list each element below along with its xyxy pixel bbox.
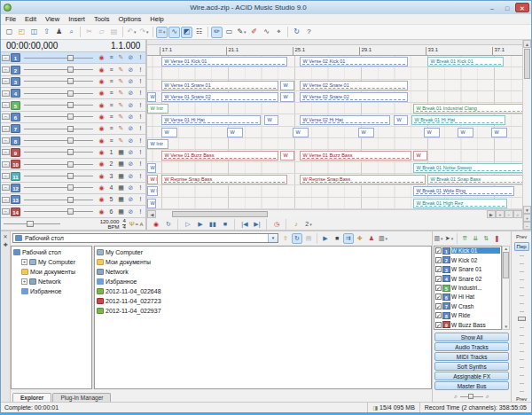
track-number-badge[interactable]: 11 bbox=[11, 172, 20, 181]
arm-for-record-icon[interactable]: ◉ bbox=[97, 112, 106, 122]
solo-icon[interactable]: ! bbox=[136, 207, 145, 217]
minimize-track-icon[interactable]: − bbox=[2, 114, 10, 120]
solo-icon[interactable]: ! bbox=[136, 123, 145, 134]
timeline-track-row[interactable]: W InW Break 01 Noise Sweep bbox=[147, 162, 522, 174]
zoom-out-time-icon[interactable]: − bbox=[505, 210, 513, 218]
file-list-item[interactable]: Мои документы bbox=[95, 257, 431, 267]
midi-channel-badge[interactable]: 2 bbox=[106, 159, 115, 169]
clip[interactable]: W Intr bbox=[147, 139, 168, 149]
track-volume-slider[interactable] bbox=[24, 125, 93, 133]
zoom-tool-icon[interactable]: ⌕ bbox=[513, 210, 522, 218]
menu-file[interactable]: File bbox=[1, 15, 20, 23]
minimize-track-icon[interactable]: − bbox=[2, 126, 10, 132]
clip[interactable]: W In bbox=[147, 163, 156, 173]
volume-slider-handle[interactable] bbox=[67, 161, 74, 168]
envelope-tool-icon[interactable]: ∿ bbox=[261, 27, 272, 38]
timeline-track-row[interactable]: W Verse 01 Snare 01WW Verse 02 Snare 01 bbox=[147, 80, 522, 91]
solo-icon[interactable]: ! bbox=[136, 88, 145, 98]
track-number-badge[interactable]: 4 bbox=[11, 89, 20, 98]
minimize-button[interactable]: – bbox=[485, 3, 499, 12]
play-from-start-button[interactable]: ▷ bbox=[183, 219, 192, 229]
track-number-badge[interactable]: 3 bbox=[11, 77, 20, 86]
track-header[interactable]: −10◉2▦⊘! bbox=[1, 159, 145, 170]
clip[interactable]: W Break 01 High Rez bbox=[413, 199, 507, 208]
zoom-slider[interactable] bbox=[460, 393, 483, 400]
track-number-badge[interactable]: 14 bbox=[11, 208, 20, 216]
menu-insert[interactable]: Insert bbox=[64, 15, 90, 23]
solo-icon[interactable]: ! bbox=[136, 112, 145, 122]
piano-roll-icon[interactable]: ▦ bbox=[116, 159, 125, 169]
track-volume-slider[interactable] bbox=[24, 137, 93, 145]
vertical-scrollbar[interactable]: ▲ ▼ + − bbox=[522, 40, 531, 230]
track-header[interactable]: −3◉≡✎⊘! bbox=[1, 76, 145, 88]
volume-slider-handle[interactable] bbox=[67, 149, 74, 155]
copy-icon[interactable]: ▱ bbox=[96, 27, 107, 38]
track-header[interactable]: −11◉3▦⊘! bbox=[1, 170, 145, 182]
mute-icon[interactable]: ⊘ bbox=[126, 123, 135, 134]
new-project-icon[interactable]: ▢ bbox=[4, 27, 15, 38]
checkbox-icon[interactable]: ✓ bbox=[435, 266, 442, 272]
timeline-track-row[interactable]: W Verse 01 Kick 01W Verse 02 Kick 01W Br… bbox=[147, 56, 522, 67]
track-chooser-scrollbar[interactable]: ▲ ▼ bbox=[502, 246, 510, 331]
midi-channel-badge[interactable]: 6 bbox=[106, 207, 115, 217]
file-list-item[interactable]: Network bbox=[95, 267, 431, 277]
arm-for-record-icon[interactable]: ◉ bbox=[97, 136, 106, 146]
clip[interactable]: W Verse 01 Buzz Bass bbox=[161, 151, 278, 161]
track-chooser-item[interactable]: ✓2W Kick 02 bbox=[434, 255, 501, 264]
track-chooser-item[interactable]: ✓9W Buzz Bass bbox=[434, 320, 501, 329]
volume-slider-handle[interactable] bbox=[67, 114, 74, 120]
mute-icon[interactable]: ⊘ bbox=[126, 147, 135, 158]
track-volume-slider[interactable] bbox=[24, 113, 93, 121]
paint-clip-icon[interactable]: ✎ bbox=[116, 76, 125, 87]
scroll-down-icon[interactable]: ▼ bbox=[504, 325, 507, 329]
timeline[interactable]: W Verse 01 Kick 01W Verse 02 Kick 01W Br… bbox=[147, 56, 522, 209]
show-all-button[interactable]: Show All bbox=[434, 333, 509, 341]
assignable-fx-button[interactable]: Assignable FX bbox=[434, 372, 509, 380]
mute-icon[interactable]: ⊘ bbox=[126, 159, 135, 169]
zoom-in-icon[interactable]: ⌕ bbox=[486, 393, 489, 400]
tree-item[interactable]: +Network bbox=[12, 277, 91, 286]
clip[interactable]: W Verse 02 Kick 01 bbox=[300, 57, 408, 67]
timeline-track-row[interactable]: W Verse 01 Buzz BassWW Verse 01 Buzz Bas… bbox=[147, 150, 522, 161]
checkbox-icon[interactable]: ✓ bbox=[435, 322, 442, 328]
piano-roll-icon[interactable]: ▦ bbox=[116, 207, 125, 217]
clip[interactable]: W Break 01 Snap Bass bbox=[427, 175, 522, 184]
checkbox-icon[interactable]: ✓ bbox=[435, 247, 442, 254]
solo-icon[interactable]: ! bbox=[136, 194, 145, 205]
timeline-track-row[interactable]: W InW Verse 01 Snare 02WW Verse 02 Snare… bbox=[147, 91, 522, 103]
piano-roll-icon[interactable]: ▦ bbox=[116, 183, 125, 193]
title-bar[interactable]: Wire.acd-zip - ACID Music Studio 9.0 – □… bbox=[1, 1, 531, 14]
menu-view[interactable]: View bbox=[41, 15, 64, 23]
redo-icon[interactable]: ↷▾ bbox=[138, 27, 150, 38]
whats-this-help-icon[interactable]: ? bbox=[303, 27, 315, 38]
volume-slider-handle[interactable] bbox=[67, 173, 74, 179]
track-chooser-item[interactable]: ✓4W Snare 02 bbox=[434, 274, 501, 283]
scroll-up-icon[interactable]: ▲ bbox=[504, 247, 507, 251]
track-header[interactable]: −7◉≡✎⊘! bbox=[1, 123, 145, 135]
track-volume-slider[interactable] bbox=[24, 208, 93, 215]
checkbox-icon[interactable]: ✓ bbox=[435, 276, 442, 282]
vscroll-track[interactable] bbox=[523, 48, 531, 206]
track-header[interactable]: −13◉5▦⊘! bbox=[1, 194, 145, 206]
clip[interactable]: W bbox=[424, 128, 440, 137]
track-header[interactable]: −12◉4▦⊘! bbox=[1, 183, 145, 194]
volume-slider-handle[interactable] bbox=[67, 208, 74, 215]
clip[interactable]: W Break 01 Hi Hat bbox=[411, 115, 505, 125]
track-number-badge[interactable]: 8 bbox=[11, 137, 20, 145]
piano-roll-icon[interactable]: ▦ bbox=[116, 171, 125, 182]
expand-icon[interactable]: + bbox=[21, 278, 27, 285]
arm-for-record-icon[interactable]: ◉ bbox=[97, 76, 106, 87]
timeline-track-row[interactable]: W BrW Reprise Snap BassW Reprise Snap Ba… bbox=[147, 174, 522, 185]
piano-roll-icon[interactable]: ▦ bbox=[116, 194, 125, 205]
volume-slider-handle[interactable] bbox=[67, 102, 74, 108]
clip[interactable]: W Break 01 Noise Sweep bbox=[413, 163, 522, 173]
clip[interactable]: W Verse 02 Snare 01 bbox=[300, 81, 408, 90]
open-icon[interactable]: ◰ bbox=[16, 27, 27, 38]
minimize-track-icon[interactable]: − bbox=[2, 137, 10, 144]
volume-slider-handle[interactable] bbox=[67, 197, 74, 203]
track-volume-slider[interactable] bbox=[24, 54, 93, 62]
snapping-icon[interactable]: ⌗▾ bbox=[156, 27, 168, 38]
promote-track-icon[interactable]: ⇈ bbox=[460, 233, 470, 243]
minimize-track-icon[interactable]: − bbox=[2, 149, 10, 155]
solo-icon[interactable]: ! bbox=[136, 159, 145, 169]
